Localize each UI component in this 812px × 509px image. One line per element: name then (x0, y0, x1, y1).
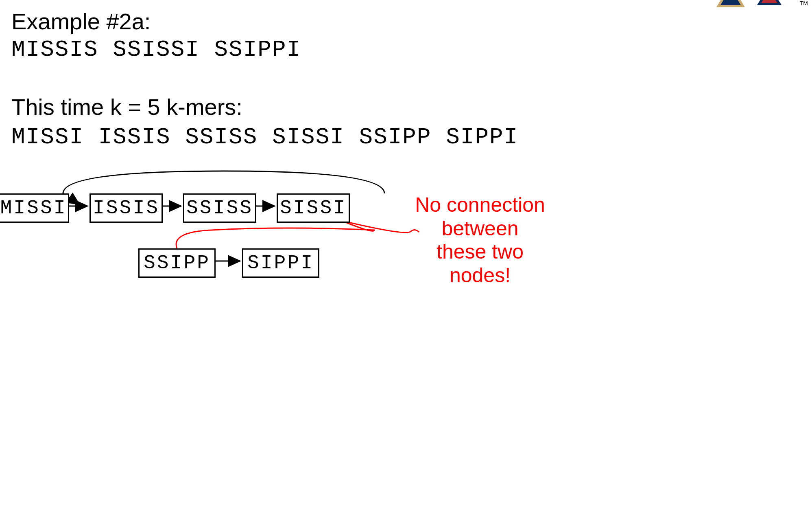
no-connection-annotation: No connection between these two nodes! (415, 193, 545, 287)
kmers-list: MISSI ISSIS SSISS SISSI SSIPP SIPPI (11, 124, 518, 150)
node-missi: MISSI (0, 193, 69, 223)
debruijn-diagram: MISSI ISSIS SSISS SISSI SSIPP SIPPI No c… (0, 167, 812, 330)
node-sippi: SIPPI (242, 248, 319, 278)
diagram-arrows (0, 167, 812, 330)
sequence-text: MISSIS SSISSI SSIPPI (11, 37, 301, 63)
node-ssipp: SSIPP (138, 248, 216, 278)
missing-edge-line-left (176, 221, 374, 248)
node-ssiss: SSISS (183, 193, 256, 223)
trademark-label: TM (800, 0, 808, 7)
kmers-subtitle: This time k = 5 k-mers: (11, 94, 242, 120)
logo-icon (706, 0, 796, 8)
svg-marker-1 (759, 0, 779, 4)
example-title: Example #2a: (11, 8, 151, 35)
node-sissi: SISSI (277, 193, 350, 223)
svg-marker-0 (718, 0, 743, 6)
missing-edge-line-right (342, 221, 419, 233)
node-issis: ISSIS (89, 193, 163, 223)
